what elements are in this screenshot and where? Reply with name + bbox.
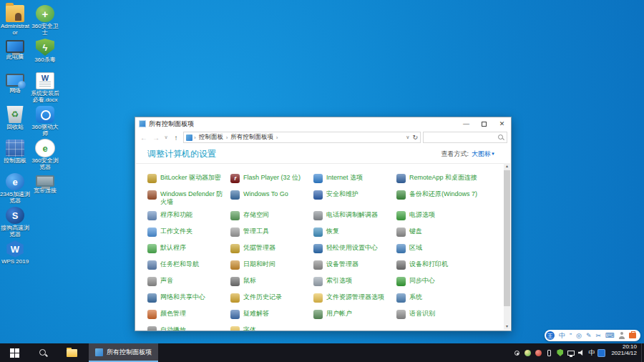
- desktop-icon-network[interactable]: 网络: [0, 72, 30, 105]
- control-panel-item[interactable]: Windows Defender 防火墙: [147, 190, 230, 206]
- ime-toolbox-icon[interactable]: [629, 333, 636, 338]
- address-dropdown-icon[interactable]: ∨: [406, 134, 409, 140]
- ime-soft-keyboard-icon[interactable]: ⌨: [605, 333, 615, 339]
- desktop-icon-control-panel[interactable]: 控制面板: [0, 139, 30, 172]
- ime-logo-badge[interactable]: 王: [546, 331, 555, 340]
- control-panel-item[interactable]: Internet 选项: [313, 174, 396, 185]
- desktop-icon-browser-2345[interactable]: e 2345加速浏览器: [0, 172, 30, 206]
- view-dropdown-icon[interactable]: ▼: [491, 152, 495, 156]
- desktop-icon-360-driver[interactable]: 360驱动大师: [30, 105, 60, 139]
- control-panel-item[interactable]: 存储空间: [230, 211, 313, 222]
- control-panel-item[interactable]: 轻松使用设置中心: [313, 244, 396, 255]
- recent-pages-dropdown-icon[interactable]: ∨: [163, 134, 169, 140]
- windows-to-go-icon: [230, 190, 240, 200]
- minimize-button[interactable]: —: [457, 117, 475, 130]
- close-button[interactable]: ✕: [493, 117, 511, 130]
- control-panel-item[interactable]: 设备管理器: [313, 260, 396, 272]
- display-tray-icon[interactable]: [567, 348, 575, 357]
- control-panel-item[interactable]: 电源选项: [396, 211, 501, 222]
- back-button[interactable]: ←: [139, 134, 149, 142]
- ime-account-icon[interactable]: [619, 332, 625, 339]
- desktop-icon-broadband[interactable]: 宽带连接: [30, 172, 60, 206]
- search-icon[interactable]: [497, 134, 504, 141]
- volume-tray-icon[interactable]: [577, 348, 585, 357]
- desktop-icon-docx[interactable]: W 系统安装后必看.docx: [30, 72, 60, 105]
- desktop-icon-recycle-bin[interactable]: ♻ 回收站: [0, 105, 30, 139]
- show-desktop-button[interactable]: [641, 343, 644, 362]
- desktop-icon-360-browser[interactable]: e 360安全浏览器: [30, 139, 60, 172]
- phone-tray-icon[interactable]: [545, 348, 553, 357]
- up-button[interactable]: ↑: [171, 134, 181, 142]
- task-button-control-panel[interactable]: 所有控制面板项: [89, 343, 158, 362]
- app-ring-tray-icon[interactable]: [513, 348, 521, 357]
- ime-cn-en-toggle[interactable]: 中: [559, 333, 565, 339]
- control-panel-item[interactable]: 文件历史记录: [230, 293, 313, 305]
- control-panel-item-label: 备份和还原(Windows 7): [409, 190, 477, 198]
- desktop-icon-user-folder[interactable]: Administrator: [0, 4, 30, 38]
- control-panel-item[interactable]: 程序和功能: [147, 211, 230, 222]
- control-panel-items-grid: BitLocker 驱动器加密 f Flash Player (32 位) In…: [135, 164, 511, 331]
- control-panel-item[interactable]: BitLocker 驱动器加密: [147, 174, 230, 185]
- breadcrumb[interactable]: › 控制面板›所有控制面板项› ∨ ↻: [183, 132, 421, 143]
- taskbar-clock[interactable]: 20:10 2021/4/12: [608, 343, 641, 362]
- control-panel-item[interactable]: 颜色管理: [147, 310, 230, 321]
- control-panel-item[interactable]: 电话和调制解调器: [313, 211, 396, 222]
- control-panel-item[interactable]: 字体: [230, 326, 313, 331]
- taskbar-search-button[interactable]: [29, 343, 57, 362]
- forward-button[interactable]: →: [151, 134, 161, 142]
- control-panel-item[interactable]: 鼠标: [230, 277, 313, 288]
- file-explorer-button[interactable]: [57, 343, 86, 362]
- ime-emoji-icon[interactable]: ◎: [576, 333, 582, 339]
- control-panel-item[interactable]: 用户帐户: [313, 310, 396, 321]
- ime-badge-tray-icon[interactable]: [597, 348, 605, 357]
- control-panel-item[interactable]: 自动播放: [147, 326, 230, 331]
- vertical-scrollbar[interactable]: ▴ ▾: [504, 163, 510, 330]
- control-panel-item[interactable]: 区域: [396, 244, 501, 255]
- control-panel-item[interactable]: 同步中心: [396, 277, 501, 288]
- control-panel-item[interactable]: 网络和共享中心: [147, 293, 230, 305]
- control-panel-item[interactable]: 默认程序: [147, 244, 230, 255]
- desktop-icon-this-pc[interactable]: 此电脑: [0, 38, 30, 72]
- ime-screenshot-icon[interactable]: ✂: [595, 333, 601, 339]
- control-panel-item[interactable]: 备份和还原(Windows 7): [396, 190, 501, 206]
- breadcrumb-segment[interactable]: 控制面板: [197, 133, 225, 142]
- alert-tray-icon[interactable]: [535, 348, 542, 357]
- control-panel-item[interactable]: 语音识别: [396, 310, 501, 321]
- control-panel-item[interactable]: RemoteApp 和桌面连接: [396, 174, 501, 185]
- control-panel-item[interactable]: 文件资源管理器选项: [313, 293, 396, 305]
- ime-handwriting-icon[interactable]: ✎: [586, 333, 592, 339]
- control-panel-item[interactable]: 任务栏和导航: [147, 260, 230, 272]
- control-panel-item[interactable]: 安全和维护: [313, 190, 396, 206]
- maximize-button[interactable]: [475, 117, 493, 130]
- control-panel-item[interactable]: 系统: [396, 293, 501, 305]
- view-by-value[interactable]: 大图标: [472, 150, 491, 159]
- breadcrumb-segment[interactable]: 所有控制面板项: [229, 133, 275, 142]
- desktop-icon-sogou-browser[interactable]: S 搜狗高速浏览器: [0, 206, 30, 240]
- 360-safe-tray-icon[interactable]: [524, 348, 532, 357]
- desktop-icon-360-antivirus[interactable]: ϟ 360杀毒: [30, 38, 60, 72]
- control-panel-item[interactable]: 声音: [147, 277, 230, 288]
- control-panel-item[interactable]: 疑难解答: [230, 310, 313, 321]
- scroll-down-icon[interactable]: ▾: [504, 323, 510, 330]
- control-panel-item[interactable]: 键盘: [396, 228, 501, 239]
- control-panel-item[interactable]: 工作文件夹: [147, 228, 230, 239]
- ime-mode-indicator[interactable]: 中: [588, 348, 595, 357]
- scrollbar-thumb[interactable]: [504, 170, 510, 306]
- control-panel-item[interactable]: 恢复: [313, 228, 396, 239]
- start-button[interactable]: [0, 343, 29, 362]
- control-panel-item[interactable]: 日期和时间: [230, 260, 313, 272]
- windows-logo-icon: [10, 348, 19, 358]
- control-panel-item[interactable]: 凭据管理器: [230, 244, 313, 255]
- control-panel-item[interactable]: 索引选项: [313, 277, 396, 288]
- control-panel-item[interactable]: f Flash Player (32 位): [230, 174, 313, 185]
- 360-antivirus-tray-icon[interactable]: [556, 348, 564, 357]
- search-input[interactable]: [424, 134, 497, 141]
- control-panel-item[interactable]: Windows To Go: [230, 190, 313, 206]
- ime-punctuation-icon[interactable]: ”: [570, 333, 572, 339]
- desktop-icon-wps[interactable]: W WPS 2019: [0, 240, 30, 273]
- control-panel-item[interactable]: 管理工具: [230, 228, 313, 239]
- refresh-icon[interactable]: ↻: [412, 134, 418, 141]
- desktop-icon-360-safe[interactable]: + 360安全卫士: [30, 4, 60, 38]
- scroll-up-icon[interactable]: ▴: [504, 163, 510, 170]
- control-panel-item[interactable]: 设备和打印机: [396, 260, 501, 272]
